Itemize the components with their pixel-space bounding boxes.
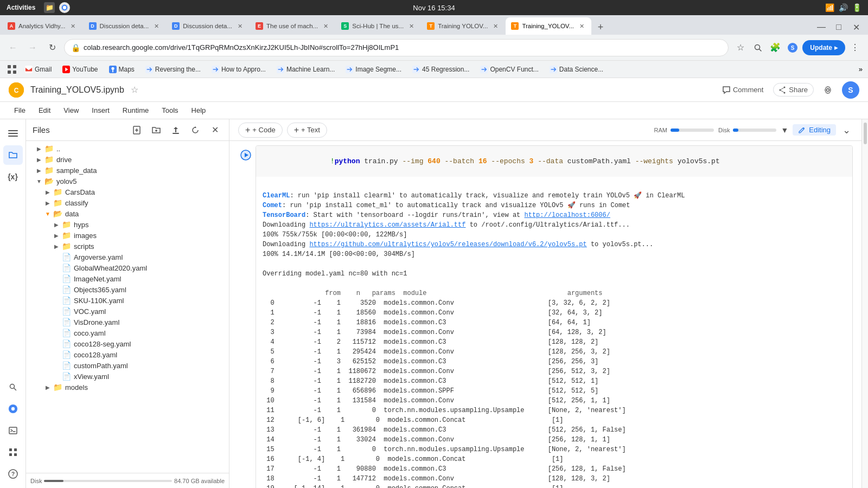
cell-run-button[interactable] <box>238 147 253 163</box>
new-folder-btn[interactable] <box>149 123 164 138</box>
arial-ttf-link[interactable]: https://ultralytics.com/assets/Arial.ttf <box>309 221 465 229</box>
help-icon-btn[interactable]: ? <box>3 464 23 484</box>
tree-item-parent[interactable]: ▶ 📁 .. <box>26 143 229 154</box>
profile-btn[interactable]: S <box>785 40 800 55</box>
apps-icon[interactable] <box>5 63 18 76</box>
sidebar-toggle-btn[interactable] <box>3 124 23 143</box>
scrollbar-thumb[interactable] <box>864 123 867 144</box>
bookmark-imgseg[interactable]: Image Segme... <box>341 65 406 74</box>
notebook-star-btn[interactable]: ☆ <box>131 85 138 95</box>
cell-scroll-area[interactable]: !python train.py --img 640 --batch 16 --… <box>229 141 861 488</box>
variables-icon-btn[interactable]: {x} <box>3 167 23 187</box>
resource-dropdown[interactable]: ▼ <box>781 126 788 134</box>
forward-button[interactable]: → <box>25 40 40 55</box>
new-tab-button[interactable]: + <box>593 20 608 35</box>
bookmark-reversing[interactable]: Reversing the... <box>141 65 205 74</box>
tree-item-imagenet[interactable]: 📄 ImageNet.yaml <box>26 273 229 284</box>
minimize-btn[interactable]: — <box>814 20 829 35</box>
terminal-icon-btn[interactable] <box>3 421 23 440</box>
tree-item-coco[interactable]: 📄 coco.yaml <box>26 328 229 338</box>
bookmark-how[interactable]: How to Appro... <box>207 65 270 74</box>
upload-btn[interactable] <box>168 123 183 138</box>
user-avatar[interactable]: S <box>842 81 859 99</box>
tree-item-custompath[interactable]: 📄 customPath.yaml <box>26 360 229 371</box>
tensorboard-link[interactable]: http://localhost:6006/ <box>524 211 610 219</box>
close-btn[interactable]: ✕ <box>848 20 864 35</box>
tree-item-scripts[interactable]: ▶ 📁 scripts <box>26 241 229 252</box>
extensions-btn[interactable]: 🧩 <box>768 40 783 55</box>
refresh-btn[interactable] <box>188 123 203 138</box>
add-code-btn[interactable]: + + Code <box>238 123 283 138</box>
scrollbar[interactable] <box>861 119 868 488</box>
tree-item-data[interactable]: ▼ 📂 data <box>26 208 229 219</box>
bookmark-opencv[interactable]: OpenCV Funct... <box>476 65 542 74</box>
chrome-shortcut-icon-btn[interactable] <box>3 399 23 419</box>
cell-options-btn[interactable]: ⌄ <box>840 124 853 136</box>
settings-button[interactable] <box>818 84 838 97</box>
tree-item-voc[interactable]: 📄 VOC.yaml <box>26 306 229 317</box>
tab-use[interactable]: E The use of mach... ✕ <box>250 17 335 35</box>
cell-body[interactable]: !python train.py --img 640 --batch 16 --… <box>256 145 853 488</box>
menu-tools[interactable]: Tools <box>156 104 183 117</box>
maximize-btn[interactable]: □ <box>831 20 846 35</box>
tab-close-scihub[interactable]: ✕ <box>407 22 416 30</box>
bookmark-gmail[interactable]: Gmail <box>21 65 56 74</box>
tab-disc1[interactable]: D Discussion deta... ✕ <box>84 17 167 35</box>
menu-view[interactable]: View <box>58 104 84 117</box>
tab-close-disc2[interactable]: ✕ <box>235 22 244 30</box>
taskbar-files[interactable]: 📁 <box>44 2 55 13</box>
tab-scihub[interactable]: S Sci-Hub | The us... ✕ <box>336 17 421 35</box>
bookmark-datascience[interactable]: Data Science... <box>545 65 608 74</box>
bookmark-ml[interactable]: Machine Learn... <box>272 65 339 74</box>
add-text-btn[interactable]: + + Text <box>287 123 327 138</box>
tree-item-carsdata[interactable]: ▶ 📁 CarsData <box>26 187 229 197</box>
files-icon-btn[interactable] <box>3 145 23 165</box>
bookmark-star-btn[interactable]: ☆ <box>733 40 748 55</box>
bookmark-maps[interactable]: Maps <box>105 65 139 74</box>
taskbar-chrome[interactable] <box>59 2 70 13</box>
bookmark-regression[interactable]: 45 Regression... <box>408 65 474 74</box>
tree-item-models[interactable]: ▶ 📁 models <box>26 382 229 393</box>
tree-item-coco128[interactable]: 📄 coco128.yaml <box>26 349 229 360</box>
menu-insert[interactable]: Insert <box>86 104 115 117</box>
new-file-btn[interactable] <box>129 123 144 138</box>
tree-item-images[interactable]: ▶ 📁 images <box>26 230 229 241</box>
url-bar[interactable]: 🔒 colab.research.google.com/drive/1TqGRP… <box>64 39 729 56</box>
tree-item-argoverse[interactable]: 📄 Argoverse.yaml <box>26 252 229 262</box>
tree-item-globalwheat[interactable]: 📄 GlobalWheat2020.yaml <box>26 262 229 273</box>
tree-item-sku110k[interactable]: 📄 SKU-110K.yaml <box>26 295 229 306</box>
comment-button[interactable]: Comment <box>717 84 769 97</box>
tab-close-train1[interactable]: ✕ <box>491 22 500 30</box>
menu-btn[interactable]: ⋮ <box>847 40 863 55</box>
tree-item-sample-data[interactable]: ▶ 📁 sample_data <box>26 165 229 176</box>
close-sidebar-btn[interactable]: ✕ <box>207 123 222 138</box>
tab-disc2[interactable]: D Discussion deta... ✕ <box>167 17 250 35</box>
menu-help[interactable]: Help <box>186 104 212 117</box>
tree-item-visdrone[interactable]: 📄 VisDrone.yaml <box>26 317 229 328</box>
menu-file[interactable]: File <box>9 104 31 117</box>
menu-edit[interactable]: Edit <box>33 104 56 117</box>
lens-btn[interactable] <box>750 40 765 55</box>
tree-item-objects365[interactable]: 📄 Objects365.yaml <box>26 284 229 295</box>
menu-runtime[interactable]: Runtime <box>117 104 154 117</box>
tab-close-disc1[interactable]: ✕ <box>152 22 161 30</box>
tab-train2[interactable]: T Training_YOLOV... ✕ <box>506 17 591 35</box>
search-icon-btn[interactable] <box>3 377 23 397</box>
apps-grid-icon-btn[interactable] <box>3 442 23 462</box>
activities-label[interactable]: Activities <box>7 4 35 11</box>
tab-train1[interactable]: T Training YOLOV... ✕ <box>422 17 505 35</box>
tree-item-yolov5[interactable]: ▼ 📂 yolov5 <box>26 176 229 187</box>
tree-item-xview[interactable]: 📄 xView.yaml <box>26 371 229 382</box>
yolov5s-link[interactable]: https://github.com/ultralytics/yolov5/re… <box>309 241 586 248</box>
update-button[interactable]: Update ▸ <box>802 40 845 55</box>
share-button[interactable]: Share <box>773 83 814 97</box>
back-button[interactable]: ← <box>5 40 21 55</box>
tab-close-use[interactable]: ✕ <box>321 22 330 30</box>
bookmark-youtube[interactable]: YouTube <box>58 65 102 74</box>
tree-item-coco128seg[interactable]: 📄 coco128-seg.yaml <box>26 338 229 349</box>
tab-close-train2[interactable]: ✕ <box>577 22 586 30</box>
tree-item-classify[interactable]: ▶ 📁 classify <box>26 197 229 208</box>
reload-button[interactable]: ↻ <box>44 40 60 55</box>
tree-item-drive[interactable]: ▶ 📁 drive <box>26 154 229 165</box>
tab-close-analytics[interactable]: ✕ <box>69 22 78 30</box>
